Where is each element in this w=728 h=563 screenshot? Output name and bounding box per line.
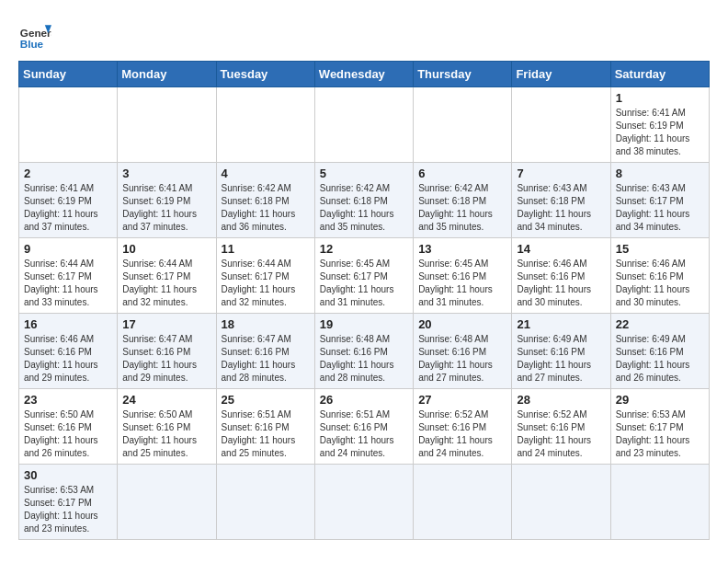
day-info: Sunrise: 6:50 AM Sunset: 6:16 PM Dayligh…	[24, 408, 112, 460]
day-info: Sunrise: 6:42 AM Sunset: 6:18 PM Dayligh…	[320, 182, 408, 234]
svg-text:Blue: Blue	[20, 38, 44, 50]
page-header: General Blue	[18, 18, 710, 52]
calendar-cell	[414, 87, 512, 163]
calendar-cell: 6Sunrise: 6:42 AM Sunset: 6:18 PM Daylig…	[414, 163, 512, 238]
column-header-thursday: Thursday	[414, 62, 512, 87]
day-number: 23	[24, 393, 112, 407]
day-info: Sunrise: 6:51 AM Sunset: 6:16 PM Dayligh…	[222, 408, 310, 460]
calendar-cell: 20Sunrise: 6:48 AM Sunset: 6:16 PM Dayli…	[414, 314, 512, 389]
day-info: Sunrise: 6:44 AM Sunset: 6:17 PM Dayligh…	[24, 258, 112, 309]
day-number: 26	[320, 393, 408, 407]
day-number: 10	[122, 242, 210, 256]
day-number: 28	[517, 393, 605, 407]
calendar-cell: 7Sunrise: 6:43 AM Sunset: 6:18 PM Daylig…	[512, 163, 610, 238]
calendar-cell: 17Sunrise: 6:47 AM Sunset: 6:16 PM Dayli…	[118, 314, 216, 389]
day-number: 6	[418, 167, 506, 180]
calendar-week-row: 2Sunrise: 6:41 AM Sunset: 6:19 PM Daylig…	[19, 163, 710, 238]
calendar-cell	[314, 465, 413, 540]
calendar-cell: 16Sunrise: 6:46 AM Sunset: 6:16 PM Dayli…	[19, 314, 118, 389]
day-number: 21	[517, 317, 605, 331]
calendar-week-row: 30Sunrise: 6:53 AM Sunset: 6:17 PM Dayli…	[19, 465, 710, 540]
day-info: Sunrise: 6:45 AM Sunset: 6:17 PM Dayligh…	[320, 258, 408, 309]
day-number: 25	[222, 393, 310, 407]
calendar-cell	[118, 465, 216, 540]
calendar-cell	[216, 87, 314, 163]
calendar-cell: 28Sunrise: 6:52 AM Sunset: 6:16 PM Dayli…	[512, 389, 610, 465]
day-info: Sunrise: 6:44 AM Sunset: 6:17 PM Dayligh…	[122, 258, 210, 309]
calendar-week-row: 9Sunrise: 6:44 AM Sunset: 6:17 PM Daylig…	[19, 238, 710, 314]
day-number: 20	[418, 317, 506, 331]
day-info: Sunrise: 6:41 AM Sunset: 6:19 PM Dayligh…	[24, 182, 112, 234]
calendar-cell	[414, 465, 512, 540]
calendar-week-row: 23Sunrise: 6:50 AM Sunset: 6:16 PM Dayli…	[19, 389, 710, 465]
day-info: Sunrise: 6:43 AM Sunset: 6:17 PM Dayligh…	[616, 182, 704, 234]
day-number: 1	[616, 91, 704, 105]
calendar-cell: 15Sunrise: 6:46 AM Sunset: 6:16 PM Dayli…	[610, 238, 709, 314]
calendar-cell: 3Sunrise: 6:41 AM Sunset: 6:19 PM Daylig…	[118, 163, 216, 238]
column-header-saturday: Saturday	[610, 62, 709, 87]
calendar-cell: 2Sunrise: 6:41 AM Sunset: 6:19 PM Daylig…	[19, 163, 118, 238]
calendar-cell: 21Sunrise: 6:49 AM Sunset: 6:16 PM Dayli…	[512, 314, 610, 389]
calendar-cell: 25Sunrise: 6:51 AM Sunset: 6:16 PM Dayli…	[216, 389, 314, 465]
day-number: 8	[616, 167, 704, 180]
calendar-cell: 13Sunrise: 6:45 AM Sunset: 6:16 PM Dayli…	[414, 238, 512, 314]
day-number: 24	[122, 393, 210, 407]
column-header-friday: Friday	[512, 62, 610, 87]
calendar-cell: 22Sunrise: 6:49 AM Sunset: 6:16 PM Dayli…	[610, 314, 709, 389]
calendar-cell: 29Sunrise: 6:53 AM Sunset: 6:17 PM Dayli…	[610, 389, 709, 465]
day-info: Sunrise: 6:49 AM Sunset: 6:16 PM Dayligh…	[517, 333, 605, 385]
day-info: Sunrise: 6:48 AM Sunset: 6:16 PM Dayligh…	[418, 333, 506, 385]
column-header-sunday: Sunday	[19, 62, 118, 87]
day-info: Sunrise: 6:47 AM Sunset: 6:16 PM Dayligh…	[222, 333, 310, 385]
calendar-table: SundayMondayTuesdayWednesdayThursdayFrid…	[18, 61, 710, 540]
day-number: 4	[222, 167, 310, 180]
day-info: Sunrise: 6:41 AM Sunset: 6:19 PM Dayligh…	[616, 107, 704, 158]
day-number: 17	[122, 317, 210, 331]
day-number: 27	[418, 393, 506, 407]
day-info: Sunrise: 6:46 AM Sunset: 6:16 PM Dayligh…	[24, 333, 112, 385]
calendar-cell: 19Sunrise: 6:48 AM Sunset: 6:16 PM Dayli…	[314, 314, 413, 389]
column-header-wednesday: Wednesday	[314, 62, 413, 87]
calendar-cell: 18Sunrise: 6:47 AM Sunset: 6:16 PM Dayli…	[216, 314, 314, 389]
calendar-cell	[610, 465, 709, 540]
day-info: Sunrise: 6:45 AM Sunset: 6:16 PM Dayligh…	[418, 258, 506, 309]
calendar-cell	[314, 87, 413, 163]
day-number: 16	[24, 317, 112, 331]
day-number: 3	[122, 167, 210, 180]
day-number: 22	[616, 317, 704, 331]
calendar-cell	[512, 465, 610, 540]
day-info: Sunrise: 6:46 AM Sunset: 6:16 PM Dayligh…	[616, 258, 704, 309]
calendar-cell: 9Sunrise: 6:44 AM Sunset: 6:17 PM Daylig…	[19, 238, 118, 314]
calendar-cell: 27Sunrise: 6:52 AM Sunset: 6:16 PM Dayli…	[414, 389, 512, 465]
calendar-cell	[512, 87, 610, 163]
day-info: Sunrise: 6:49 AM Sunset: 6:16 PM Dayligh…	[616, 333, 704, 385]
calendar-cell	[19, 87, 118, 163]
day-info: Sunrise: 6:41 AM Sunset: 6:19 PM Dayligh…	[122, 182, 210, 234]
calendar-cell: 5Sunrise: 6:42 AM Sunset: 6:18 PM Daylig…	[314, 163, 413, 238]
calendar-cell: 1Sunrise: 6:41 AM Sunset: 6:19 PM Daylig…	[610, 87, 709, 163]
calendar-cell: 26Sunrise: 6:51 AM Sunset: 6:16 PM Dayli…	[314, 389, 413, 465]
calendar-cell: 24Sunrise: 6:50 AM Sunset: 6:16 PM Dayli…	[118, 389, 216, 465]
calendar-cell	[216, 465, 314, 540]
calendar-cell: 30Sunrise: 6:53 AM Sunset: 6:17 PM Dayli…	[19, 465, 118, 540]
calendar-cell: 11Sunrise: 6:44 AM Sunset: 6:17 PM Dayli…	[216, 238, 314, 314]
calendar-cell: 8Sunrise: 6:43 AM Sunset: 6:17 PM Daylig…	[610, 163, 709, 238]
day-info: Sunrise: 6:46 AM Sunset: 6:16 PM Dayligh…	[517, 258, 605, 309]
day-info: Sunrise: 6:42 AM Sunset: 6:18 PM Dayligh…	[418, 182, 506, 234]
day-info: Sunrise: 6:44 AM Sunset: 6:17 PM Dayligh…	[222, 258, 310, 309]
logo: General Blue	[18, 18, 51, 52]
calendar-cell: 23Sunrise: 6:50 AM Sunset: 6:16 PM Dayli…	[19, 389, 118, 465]
day-number: 30	[24, 468, 112, 482]
day-number: 14	[517, 242, 605, 256]
column-header-monday: Monday	[118, 62, 216, 87]
calendar-cell: 10Sunrise: 6:44 AM Sunset: 6:17 PM Dayli…	[118, 238, 216, 314]
calendar-cell	[118, 87, 216, 163]
day-number: 9	[24, 242, 112, 256]
day-info: Sunrise: 6:42 AM Sunset: 6:18 PM Dayligh…	[222, 182, 310, 234]
day-info: Sunrise: 6:52 AM Sunset: 6:16 PM Dayligh…	[418, 408, 506, 460]
day-number: 5	[320, 167, 408, 180]
day-number: 12	[320, 242, 408, 256]
day-number: 11	[222, 242, 310, 256]
day-info: Sunrise: 6:51 AM Sunset: 6:16 PM Dayligh…	[320, 408, 408, 460]
day-info: Sunrise: 6:53 AM Sunset: 6:17 PM Dayligh…	[616, 408, 704, 460]
